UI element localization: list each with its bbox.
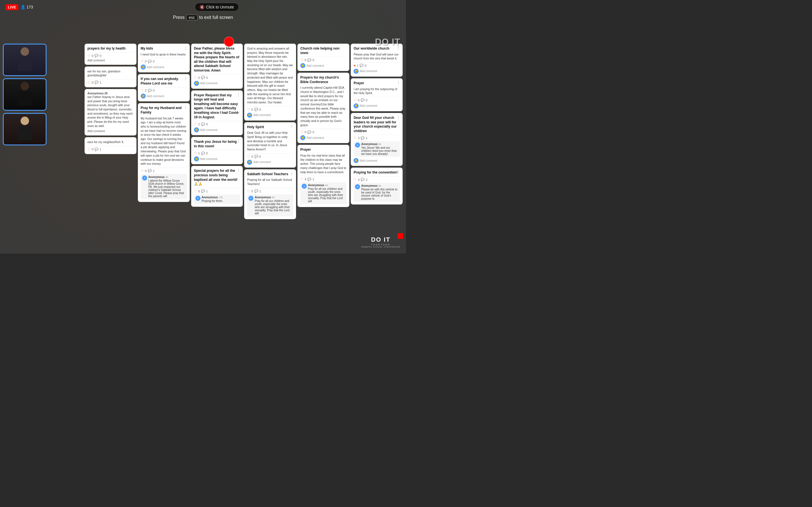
more-options-btn-dear-god[interactable]: ⋮ [396,115,400,119]
like-group-church-role: ♡0 💬0 [300,58,314,62]
comment-row-real-time: A Anonymous 4h Pray for all our children… [302,184,345,203]
add-comment-bless[interactable]: 😊 Add comment [194,81,240,86]
heart-icon-bible-conf: ♡ [300,130,303,134]
like-group-baptized: ♡6 💬1 [194,189,208,193]
card-column-4: God is amazing and answers all prayers. … [244,44,296,250]
card-body-grandson: ear for my son, grandson granddaughter [87,69,134,77]
prayer-card-holy-spirit: ⋮ Holy Spirit Dear God, fill us with you… [244,122,296,168]
card-title-thank-jesus: Thank you Jesus for being in this room! [194,140,240,149]
add-comment-church-role[interactable]: 😊 Add comment [300,63,347,68]
add-comment-row-my-kids[interactable]: 😊 Add comment [141,64,187,69]
commenter-name-convention: Anonymous [361,184,377,187]
add-comment-anon[interactable]: Add comment [87,129,134,133]
card-footer-worldwide: ♥1 💬0 [354,62,400,68]
card-footer-church-role: ♡0 💬0 [300,57,347,62]
card-body-anon-long: ear Father Hopray in Jesus ame and power… [87,95,134,128]
prayer-card-church-role: Church role helping non immi ♡0 💬0 😊 Add… [297,44,349,71]
add-comment-label-dear-god[interactable]: Add comment [360,159,377,162]
card-body-my-kids: I need God to grow in there hearts [141,52,187,57]
comment-row-convention: A Anonymous 5h Please be with this vehic… [355,184,398,200]
commenter-name-real-time: Anonymous [308,184,324,187]
add-comment-thank[interactable]: 😊 Add comment [194,156,240,161]
heart-icon-thank: ♡ [194,151,197,155]
comment-text-real-time: Pray for all our children and youth, esp… [308,187,345,203]
comment-icon-real-time: 💬 [307,177,311,181]
card-body-holy-spirit: Dear God, fill us with your Holy Sprit! … [247,131,293,151]
card-footer-convention: ♡4 💬2 [354,176,400,182]
add-comment-holy[interactable]: 😊 Add comment [247,160,293,165]
comment-icon-church-role: 💬 [307,58,311,62]
add-comment-label-worldwide[interactable]: Add comment [360,69,377,73]
heart-icon-lungs: ♡ [194,122,197,126]
like-group-grandson: ♡0 💬1 [87,80,101,84]
video-thumb-3[interactable] [3,113,47,145]
more-options-btn-teachers[interactable]: ⋮ [290,172,294,175]
heart-icon-church-role: ♡ [300,58,303,62]
comment-icon-lungs: 💬 [201,122,205,126]
prayer-card-teachers: ⋮ Sabbath School Teachers Praying for al… [244,169,296,219]
more-options-btn-lungs[interactable]: ⋮ [237,93,241,97]
heart-icon-god-amazing: ♡ [247,108,250,112]
add-comment-outpouring[interactable]: 😊 Add comment [354,103,400,108]
more-options-btn-husband[interactable]: ⋮ [184,105,188,109]
more-options-btn-thank[interactable]: ⋮ [237,139,241,143]
video-panel [3,44,48,145]
video-thumb-2[interactable] [3,78,47,111]
avatar-thank: 😊 [194,156,199,161]
add-comment-use-me[interactable]: Add comment [147,95,164,98]
heart-icon-bless-holy: ♡ [194,76,197,80]
add-comment-health[interactable]: Add comment [87,59,134,62]
heart-icon-dear-god-fill: ♡ [354,136,357,140]
more-options-btn-2[interactable]: ⋮ [184,76,188,80]
heart-icon: ♡ [87,54,91,58]
add-comment-label-holy[interactable]: Add comment [253,161,271,164]
prayer-card-special-baptized: ⋮ Special prayers for all the precious s… [191,166,243,207]
add-comment-dear-god[interactable]: 😊 Add comment [354,158,400,163]
add-comment-worldwide[interactable]: 😊 Add comment [354,69,400,74]
person-video-2 [4,79,46,110]
add-comment-lungs[interactable]: 😊 Add comment [194,127,240,132]
comment-block-dear-god: A Anonymous 5h Yes Jesus! We and our chi… [354,141,400,157]
avatar-bless: 😊 [194,81,199,86]
red-dot-button[interactable] [224,37,234,47]
add-comment-label-lungs[interactable]: Add comment [200,128,218,131]
comment-icon-use-me: 💬 [148,89,152,93]
person-body-2 [18,92,32,106]
video-thumb-1[interactable] [3,44,47,76]
add-comment-label-thank[interactable]: Add comment [200,158,218,161]
more-options-btn-convention[interactable]: ⋮ [396,170,400,174]
add-comment-label-god-amazing[interactable]: Add comment [253,114,271,117]
more-options-btn-outpour[interactable]: ⋮ [396,80,400,84]
add-comment-label[interactable]: Add comment [147,66,164,69]
add-comment-god-amazing[interactable]: 😊 Add comment [247,113,293,118]
card-column-1: prayers for my ly health ♡0 💬0 Add comme… [85,44,137,250]
prayer-card-dear-god-fill: ⋮ Dear God fill your church leaders to s… [351,113,403,166]
like-group-holy-spirit: ♡0 💬0 [247,155,261,159]
esc-key: esc [186,15,198,20]
add-comment-label-outpouring[interactable]: Add comment [360,104,377,107]
add-comment-label-church-role[interactable]: Add comment [306,64,324,67]
heart-icon-real-time: ♡ [300,177,303,181]
comment-icon-god-amazing: 💬 [254,108,258,111]
card-title-holy-spirit: Holy Spirit [247,125,293,129]
card-footer-neighbor: ♡0 💬1 [87,146,134,151]
more-options-btn-holy[interactable]: ⋮ [290,124,294,128]
comment-icon-my-kids: 💬 [148,60,152,63]
comment-block-baptized: A Anonymous 17h Praying for them. [194,194,240,204]
more-options-btn[interactable]: ⋮ [184,46,188,50]
add-comment-label-bless[interactable]: Add comment [200,82,218,85]
add-comment-bible-conf[interactable]: 😊 Add comment [300,135,347,140]
logo-subtitle: SABBATH SCHOOL CONFERENCE [361,246,400,248]
comment-text-dear-god: Yes Jesus! We and our children need you … [361,146,398,156]
more-options-btn-baptized[interactable]: ⋮ [237,168,241,172]
avatar-lungs: 😊 [194,127,199,132]
like-group-neighbor: ♡0 💬1 [87,147,101,151]
unmute-button[interactable]: 🔇 Click to Unmute [195,3,239,11]
add-comment-label-bible-conf[interactable]: Add comment [306,136,324,139]
card-column-3: Dear Father, please bless me with the Ho… [191,44,243,250]
logo-red-dot [398,233,403,239]
card-footer-dear-god-fill: ♡3 💬1 [354,135,400,140]
add-comment-row-use-me[interactable]: 😊 Add comment [141,94,187,99]
avatar-holy: 😊 [247,160,252,165]
comment-block-husband: A Anonymous 4h I attend the Willow Grove… [141,174,187,199]
